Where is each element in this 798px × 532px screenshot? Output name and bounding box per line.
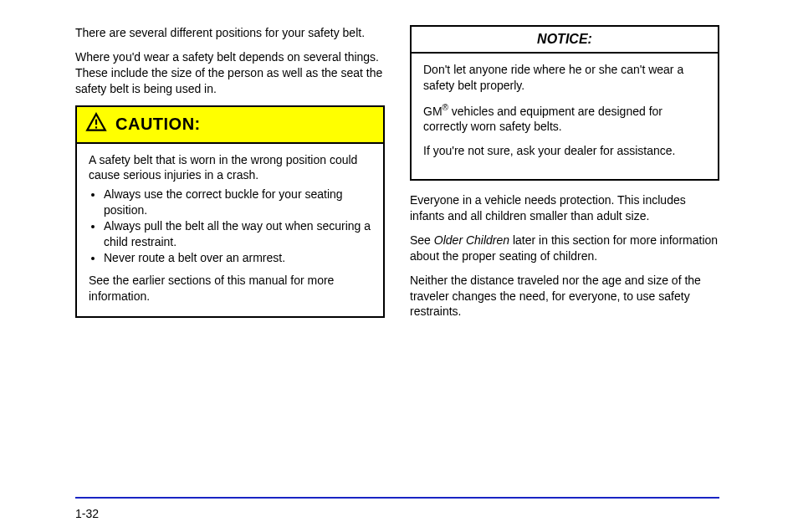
caution-bullets: Always use the correct buckle for your s… bbox=[104, 187, 371, 265]
caution-lead: A safety belt that is worn in the wrong … bbox=[89, 152, 371, 184]
right-para-3: Neither the distance traveled nor the ag… bbox=[410, 273, 719, 320]
svg-rect-1 bbox=[95, 126, 97, 128]
registered-icon: ® bbox=[442, 103, 448, 112]
notice-para-2-tail: vehicles and equipment are designed for … bbox=[423, 104, 662, 133]
warning-triangle-icon bbox=[85, 112, 115, 137]
caution-body: A safety belt that is worn in the wrong … bbox=[77, 144, 383, 316]
notice-para-2: GM® vehicles and equipment are designed … bbox=[423, 102, 706, 135]
caution-bullet: Never route a belt over an armrest. bbox=[104, 250, 371, 266]
right-para-1: Everyone in a vehicle needs protection. … bbox=[410, 192, 719, 224]
left-para-1: There are several different positions fo… bbox=[75, 25, 385, 41]
notice-para-1: Don't let anyone ride where he or she ca… bbox=[423, 62, 706, 94]
right-para-2-italic: Older Children bbox=[434, 233, 509, 247]
caution-box: CAUTION: A safety belt that is worn in t… bbox=[75, 105, 385, 318]
caution-header: CAUTION: bbox=[77, 107, 383, 144]
notice-para-3: If you're not sure, ask your dealer for … bbox=[423, 143, 706, 159]
right-column: NOTICE: Don't let anyone ride where he o… bbox=[410, 25, 719, 328]
right-lower-block: Everyone in a vehicle needs protection. … bbox=[410, 192, 719, 320]
page: There are several different positions fo… bbox=[0, 0, 798, 532]
left-para-2: Where you'd wear a safety belt depends o… bbox=[75, 49, 385, 97]
caution-tail: See the earlier sections of this manual … bbox=[89, 273, 371, 304]
page-number: 1-32 bbox=[75, 507, 99, 520]
notice-title: NOTICE: bbox=[412, 27, 718, 54]
caution-title: CAUTION: bbox=[115, 115, 201, 134]
notice-body: Don't let anyone ride where he or she ca… bbox=[412, 54, 718, 179]
right-para-2-pre: See bbox=[410, 233, 434, 247]
notice-brand: GM bbox=[423, 104, 442, 117]
svg-rect-0 bbox=[95, 119, 97, 125]
right-para-2: See Older Children later in this section… bbox=[410, 233, 719, 264]
notice-box: NOTICE: Don't let anyone ride where he o… bbox=[410, 25, 719, 181]
footer-rule bbox=[75, 497, 719, 499]
left-column: There are several different positions fo… bbox=[75, 25, 385, 318]
caution-bullet: Always pull the belt all the way out whe… bbox=[104, 218, 371, 250]
caution-bullet: Always use the correct buckle for your s… bbox=[104, 187, 371, 218]
